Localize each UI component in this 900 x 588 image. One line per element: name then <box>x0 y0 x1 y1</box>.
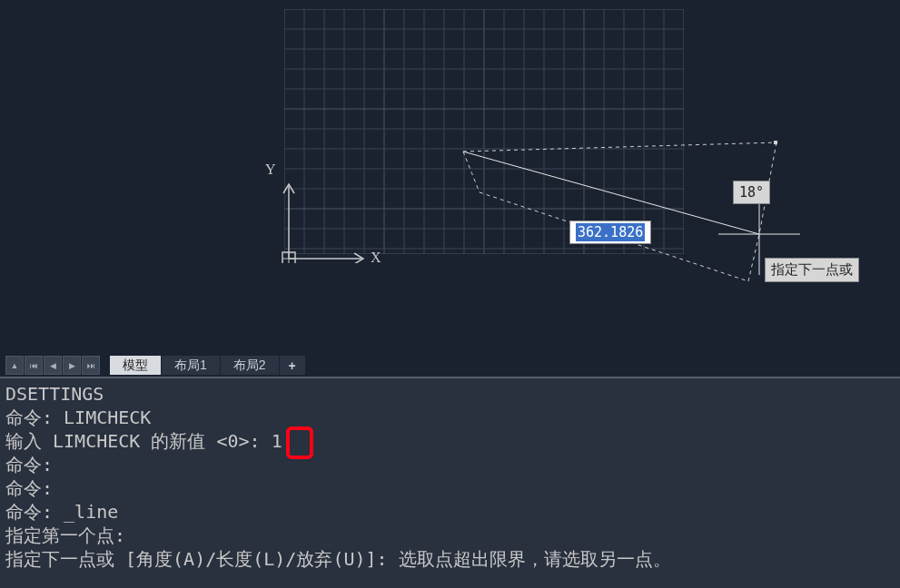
tab-layout1[interactable]: 布局1 <box>162 356 221 375</box>
rubber-band-line <box>0 0 900 354</box>
dynamic-length-input[interactable]: 362.1826 <box>569 220 651 244</box>
tab-last-button[interactable]: ⏭ <box>82 356 100 375</box>
tracking-point <box>774 141 777 144</box>
command-prompt-line: 指定下一点或 [角度(A)/长度(L)/放弃(U)]: 选取点超出限界，请选取另… <box>5 547 895 571</box>
command-history-line: 指定第一个点: <box>5 524 895 547</box>
command-history-line: 命令: <box>5 453 895 476</box>
tab-first-button[interactable]: ⏮ <box>25 356 43 375</box>
tab-scroll-up-button[interactable]: ▲ <box>5 356 24 375</box>
command-history-line: DSETTINGS <box>5 382 895 406</box>
tab-model[interactable]: 模型 <box>110 356 162 375</box>
tab-next-button[interactable]: ▶ <box>63 356 81 375</box>
svg-line-44 <box>463 142 776 152</box>
dynamic-angle-display: 18° <box>733 181 770 204</box>
dynamic-length-value: 362.1826 <box>576 223 645 241</box>
tab-prev-button[interactable]: ◀ <box>44 356 62 375</box>
command-window[interactable]: DSETTINGS 命令: LIMCHECK 输入 LIMCHECK 的新值 <… <box>0 377 900 588</box>
drawing-canvas[interactable]: Y X 362.1826 18° 指定下一点或 <box>0 0 900 354</box>
layout-tab-bar: ▲ ⏮ ◀ ▶ ⏭ 模型 布局1 布局2 + <box>0 354 900 377</box>
dynamic-prompt: 指定下一点或 <box>765 258 859 282</box>
command-history-line: 命令: _line <box>5 500 895 524</box>
svg-line-41 <box>463 152 480 192</box>
command-history-line: 命令: <box>5 476 895 500</box>
command-history-line: 输入 LIMCHECK 的新值 <0>: 1 <box>5 429 895 453</box>
command-history-line: 命令: LIMCHECK <box>5 406 895 429</box>
tab-layout2[interactable]: 布局2 <box>221 356 280 375</box>
tab-add-button[interactable]: + <box>280 356 306 375</box>
